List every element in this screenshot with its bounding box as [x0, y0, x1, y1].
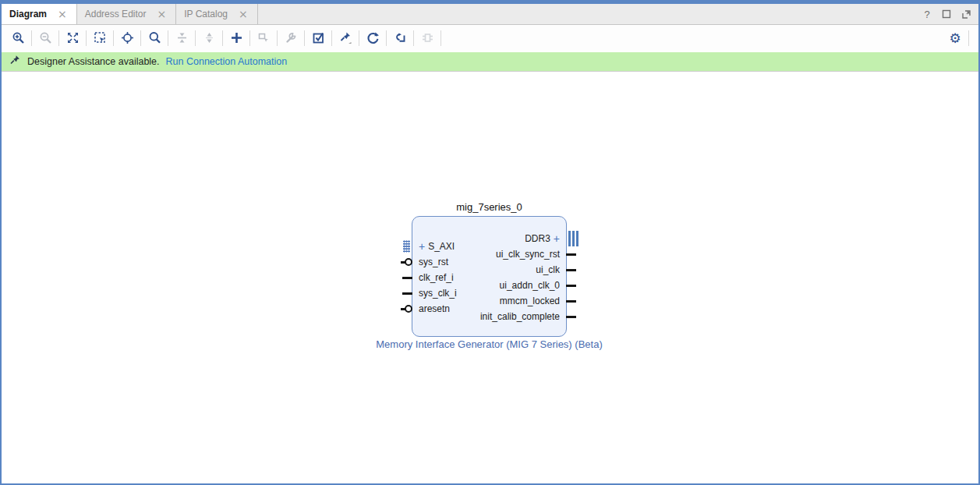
pin-stub-icon[interactable] — [566, 253, 576, 256]
pin-stub-icon[interactable] — [402, 292, 412, 295]
pin-icon — [9, 55, 21, 69]
toolbar-separator — [140, 30, 141, 46]
toolbar-separator — [440, 30, 441, 46]
make-external-icon — [253, 28, 274, 48]
port-label: init_calib_complete — [480, 311, 560, 322]
port-ui-addn-clk-0[interactable]: ui_addn_clk_0 — [500, 278, 566, 293]
toolbar-separator — [222, 30, 223, 46]
toolbar-separator — [359, 30, 359, 46]
optimize-routing-icon[interactable] — [390, 28, 410, 48]
port-sys-clk-i[interactable]: sys_clk_i — [412, 285, 457, 301]
recenter-icon[interactable] — [117, 28, 137, 48]
drag-handle-icon[interactable] — [403, 240, 410, 253]
port-clk-ref-i[interactable]: clk_ref_i — [412, 270, 454, 285]
toolbar-separator — [249, 30, 250, 46]
block-description: Memory Interface Generator (MIG 7 Series… — [349, 338, 629, 350]
tab-label: Diagram — [9, 9, 47, 19]
block-instance-name: mig_7series_0 — [412, 201, 567, 213]
port-label: sys_clk_i — [419, 288, 457, 299]
toolbar-separator — [277, 30, 278, 46]
interface-pin-icon[interactable] — [568, 231, 578, 246]
pin-stub-icon[interactable] — [566, 300, 576, 303]
port-label: aresetn — [419, 303, 450, 314]
toolbar-separator — [58, 30, 59, 46]
customize-block-wrench-icon — [281, 28, 301, 48]
close-icon[interactable]: × — [157, 9, 166, 19]
diagram-toolbar: ⚙ — [2, 25, 978, 51]
port-label: ui_clk_sync_rst — [496, 249, 560, 260]
port-s-axi[interactable]: + S_AXI — [412, 239, 455, 254]
titlebar-icons: ? — [921, 4, 978, 24]
active-low-pin-icon[interactable] — [401, 258, 412, 266]
expand-plus-icon[interactable]: + — [419, 241, 425, 252]
port-ui-clk[interactable]: ui_clk — [536, 262, 566, 278]
diagram-canvas[interactable]: mig_7series_0 + S_AXI sys_rst clk_ref_i … — [2, 72, 978, 483]
tab-diagram[interactable]: Diagram × — [2, 4, 77, 24]
port-label: DDR3 — [525, 233, 550, 244]
toolbar-separator — [331, 30, 332, 46]
port-label: mmcm_locked — [500, 296, 560, 306]
search-icon[interactable] — [144, 28, 165, 48]
add-ip-icon[interactable] — [226, 28, 246, 48]
port-label: ui_addn_clk_0 — [500, 280, 560, 291]
toolbar-separator — [86, 30, 87, 46]
maximize-icon[interactable] — [940, 8, 953, 20]
toolbar-separator — [386, 30, 387, 46]
port-init-calib-complete[interactable]: init_calib_complete — [480, 309, 566, 324]
toolbar-separator — [113, 30, 114, 46]
tab-label: IP Catalog — [184, 9, 228, 19]
tab-address-editor[interactable]: Address Editor × — [77, 4, 176, 24]
port-label: ui_clk — [536, 264, 560, 275]
pin-stub-icon[interactable] — [402, 277, 412, 279]
port-label: S_AXI — [428, 241, 455, 252]
help-icon[interactable]: ? — [921, 8, 933, 20]
validate-design-icon[interactable] — [308, 28, 328, 48]
expand-icon — [199, 28, 219, 48]
zoom-fit-icon[interactable] — [62, 28, 83, 48]
ip-block-mig-7series-0[interactable]: + S_AXI sys_rst clk_ref_i sys_clk_i ares… — [412, 216, 567, 337]
zoom-in-icon[interactable] — [8, 28, 28, 48]
run-connection-automation-link[interactable]: Run Connection Automation — [166, 56, 288, 67]
pin-icon[interactable] — [335, 28, 356, 48]
tabbar-spacer — [258, 4, 921, 24]
port-label: sys_rst — [419, 257, 448, 267]
toolbar-separator — [413, 30, 414, 46]
zoom-out-icon — [35, 28, 55, 48]
port-aresetn[interactable]: aresetn — [412, 301, 450, 317]
close-icon[interactable]: × — [58, 9, 67, 19]
toolbar-separator — [304, 30, 305, 46]
toolbar-separator — [195, 30, 196, 46]
pin-stub-icon[interactable] — [566, 269, 576, 271]
toolbar-separator — [168, 30, 168, 46]
zoom-to-selection-icon[interactable] — [90, 28, 110, 48]
tab-bar: Diagram × Address Editor × IP Catalog × … — [2, 4, 978, 25]
designer-assistance-banner: Designer Assistance available. Run Conne… — [2, 51, 978, 72]
port-sys-rst[interactable]: sys_rst — [412, 254, 448, 270]
settings-gear-icon[interactable]: ⚙ — [945, 28, 965, 48]
banner-message: Designer Assistance available. — [27, 56, 160, 67]
pin-stub-icon[interactable] — [566, 285, 576, 287]
port-ddr3[interactable]: DDR3 + — [525, 231, 566, 246]
float-icon[interactable] — [960, 8, 972, 20]
pin-stub-icon[interactable] — [566, 316, 576, 318]
vivado-diagram-window: Diagram × Address Editor × IP Catalog × … — [0, 0, 980, 485]
toolbar-separator — [968, 30, 969, 46]
toolbar-separator — [31, 30, 32, 46]
interface-view-icon — [417, 28, 437, 48]
tab-ip-catalog[interactable]: IP Catalog × — [176, 4, 258, 24]
expand-plus-icon[interactable]: + — [554, 233, 560, 244]
tab-label: Address Editor — [85, 9, 147, 19]
collapse-icon — [172, 28, 192, 48]
port-label: clk_ref_i — [419, 272, 454, 283]
active-low-pin-icon[interactable] — [401, 305, 412, 313]
regenerate-layout-icon[interactable] — [363, 28, 383, 48]
close-icon[interactable]: × — [239, 9, 248, 19]
port-ui-clk-sync-rst[interactable]: ui_clk_sync_rst — [496, 246, 566, 262]
port-mmcm-locked[interactable]: mmcm_locked — [500, 293, 566, 309]
